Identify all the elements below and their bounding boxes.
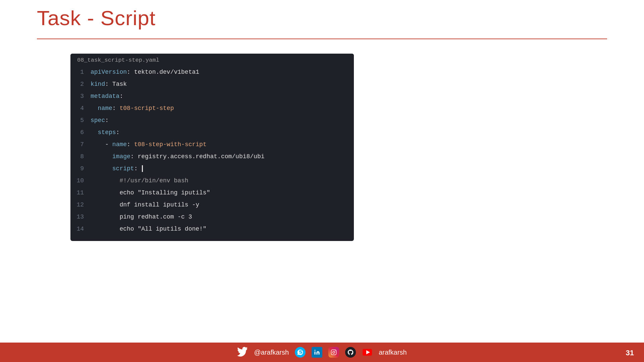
page-title: Task - Script	[37, 6, 156, 30]
youtube-channel: arafkarsh	[379, 349, 407, 356]
table-row: 13 ping redhat.com -c 3	[70, 211, 354, 223]
table-row: 1apiVersion: tekton.dev/v1beta1	[70, 66, 354, 78]
table-row: 6 steps:	[70, 126, 354, 138]
slide-number: 31	[626, 349, 634, 357]
svg-rect-1	[331, 350, 336, 355]
table-row: 7 - name: t08-step-with-script	[70, 138, 354, 150]
code-filename: 08_task_script-step.yaml	[70, 54, 354, 66]
code-body: 1apiVersion: tekton.dev/v1beta12kind: Ta…	[70, 66, 354, 241]
table-row: 14 echo "All iputils done!"	[70, 223, 354, 235]
table-row: 10 #!/usr/bin/env bash	[70, 175, 354, 187]
code-block: 08_task_script-step.yaml 1apiVersion: te…	[70, 54, 354, 241]
table-row: 9 script:	[70, 163, 354, 175]
footer-bar: @arafkarsh arafkarsh 31	[0, 343, 644, 362]
youtube-icon	[362, 347, 373, 358]
svg-point-2	[333, 351, 335, 353]
table-row: 3metadata:	[70, 90, 354, 102]
table-row: 12 dnf install iputils -y	[70, 199, 354, 211]
instagram-icon	[328, 347, 339, 358]
table-row: 5spec:	[70, 114, 354, 126]
linkedin-icon	[312, 347, 322, 358]
table-row: 11 echo "Installing iputils"	[70, 187, 354, 199]
svg-point-3	[335, 351, 336, 351]
table-row: 8 image: registry.access.redhat.com/ubi8…	[70, 150, 354, 163]
svg-point-0	[315, 350, 316, 351]
title-underline	[37, 39, 607, 39]
skype-icon	[295, 347, 306, 358]
twitter-handle: @arafkarsh	[254, 349, 289, 356]
table-row: 4 name: t08-script-step	[70, 102, 354, 114]
table-row: 2kind: Task	[70, 78, 354, 90]
github-icon	[345, 347, 356, 358]
twitter-icon	[237, 347, 248, 358]
